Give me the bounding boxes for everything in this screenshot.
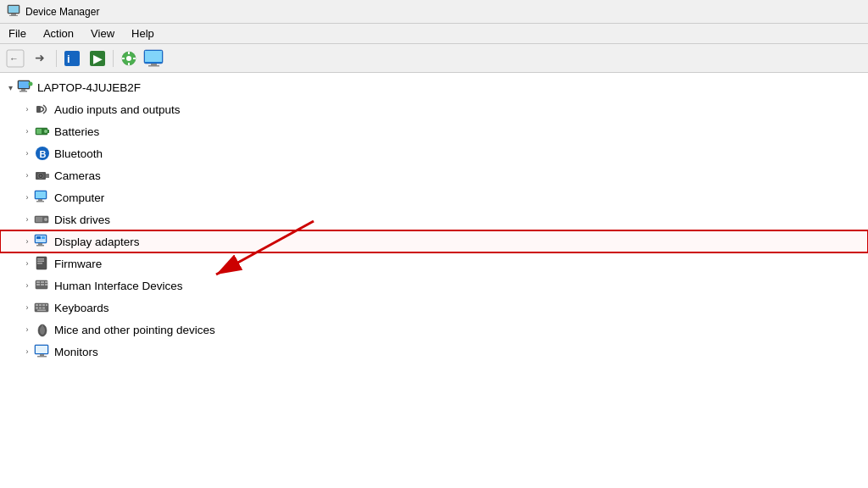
expand-hid[interactable]: ›: [20, 279, 34, 292]
toolbar-settings-btn[interactable]: [117, 47, 141, 69]
svg-rect-61: [41, 284, 44, 286]
tree-item-mice[interactable]: › Mice and other pointing devices: [0, 319, 868, 341]
expand-computer[interactable]: ›: [20, 191, 34, 204]
tree-item-batteries[interactable]: › Batteries: [0, 120, 868, 142]
svg-rect-1: [8, 6, 19, 13]
audio-label: Audio inputs and outputs: [54, 103, 181, 116]
expand-keyboards[interactable]: ›: [20, 301, 34, 314]
computer-label: Computer: [54, 191, 104, 204]
tree-item-monitors[interactable]: › Monitors: [0, 341, 868, 363]
svg-rect-69: [39, 308, 42, 309]
window-title: Device Manager: [25, 6, 99, 18]
tree-item-keyboards[interactable]: › Keyboards: [0, 297, 868, 319]
toolbar-sep-2: [113, 50, 114, 67]
tree-item-audio[interactable]: › Audio inputs and outputs: [0, 98, 868, 120]
svg-rect-25: [21, 89, 25, 91]
tree-item-bluetooth[interactable]: › B Bluetooth: [0, 142, 868, 164]
hid-label: Human Interface Devices: [54, 280, 183, 292]
bluetooth-icon: B: [34, 145, 51, 162]
svg-rect-65: [39, 304, 42, 306]
menu-action[interactable]: Action: [35, 25, 82, 42]
menu-file[interactable]: File: [0, 25, 35, 42]
svg-rect-13: [128, 52, 130, 54]
svg-rect-16: [133, 58, 136, 59]
svg-point-37: [40, 175, 42, 177]
svg-point-32: [44, 130, 47, 133]
tree-item-computer[interactable]: › Computer: [0, 186, 868, 208]
svg-rect-59: [45, 281, 47, 283]
display-label: Display adapters: [54, 236, 140, 248]
expand-disk[interactable]: ›: [20, 213, 34, 226]
svg-text:➜: ➜: [35, 51, 45, 64]
toolbar-properties-btn[interactable]: i: [60, 47, 84, 69]
tree-item-cameras[interactable]: › Cameras: [0, 164, 868, 186]
svg-rect-58: [41, 281, 44, 283]
svg-rect-50: [36, 236, 41, 239]
svg-rect-40: [36, 191, 46, 198]
keyboards-label: Keyboards: [54, 302, 109, 314]
computer-icon: [34, 189, 51, 206]
svg-rect-41: [38, 199, 42, 201]
svg-rect-24: [19, 81, 29, 88]
cameras-icon: [34, 167, 51, 184]
svg-rect-3: [9, 15, 18, 16]
svg-rect-77: [40, 354, 44, 356]
tree-item-firmware[interactable]: › Firmware: [0, 252, 868, 274]
monitors-icon: [34, 343, 51, 360]
toolbar-back-btn[interactable]: ←: [3, 47, 27, 69]
expand-monitors[interactable]: ›: [20, 345, 34, 358]
svg-point-45: [44, 218, 47, 221]
mice-icon: [34, 321, 51, 338]
firmware-label: Firmware: [54, 258, 102, 270]
svg-rect-28: [36, 106, 41, 113]
menu-view[interactable]: View: [82, 25, 123, 42]
expand-firmware[interactable]: ›: [20, 257, 34, 270]
svg-rect-20: [148, 65, 159, 67]
svg-rect-49: [36, 245, 44, 247]
svg-rect-55: [37, 263, 42, 264]
svg-rect-51: [42, 236, 45, 239]
toolbar-monitor-btn[interactable]: [142, 47, 166, 69]
toolbar-sep-1: [56, 50, 57, 67]
svg-rect-60: [36, 284, 40, 286]
tree-item-disk[interactable]: › Disk drives: [0, 208, 868, 230]
svg-text:i: i: [67, 53, 70, 65]
display-icon: [34, 233, 51, 250]
batteries-icon: [34, 123, 51, 140]
content-area: ▾ LAPTOP-4JUJEB2F › Audio inputs and out…: [0, 73, 868, 488]
expand-mice[interactable]: ›: [20, 323, 34, 336]
keyboards-icon: [34, 299, 51, 316]
tree-item-hid[interactable]: › Human Interface Devices: [0, 274, 868, 297]
svg-rect-48: [38, 243, 42, 245]
svg-point-12: [126, 56, 131, 61]
svg-rect-70: [42, 308, 45, 309]
svg-rect-42: [36, 201, 44, 202]
expand-root[interactable]: ▾: [3, 80, 17, 94]
tree-item-display[interactable]: › Display adapters: [0, 230, 868, 252]
toolbar-help-btn[interactable]: ▶: [86, 47, 109, 69]
expand-audio[interactable]: ›: [20, 103, 34, 116]
app-icon: [7, 3, 20, 19]
svg-text:▶: ▶: [93, 53, 103, 65]
expand-bluetooth[interactable]: ›: [20, 147, 34, 160]
menu-help[interactable]: Help: [123, 25, 163, 42]
toolbar-forward-btn[interactable]: ➜: [29, 47, 53, 69]
svg-rect-38: [46, 174, 49, 178]
expand-batteries[interactable]: ›: [20, 125, 34, 138]
svg-text:B: B: [40, 149, 47, 159]
disk-icon: [34, 211, 51, 228]
svg-rect-15: [122, 58, 125, 59]
disk-label: Disk drives: [54, 214, 110, 226]
svg-rect-71: [37, 310, 46, 312]
tree-root[interactable]: ▾ LAPTOP-4JUJEB2F: [0, 76, 868, 98]
svg-rect-67: [46, 304, 47, 306]
audio-icon: [34, 101, 51, 118]
svg-rect-66: [42, 304, 45, 306]
batteries-label: Batteries: [54, 125, 99, 138]
svg-rect-18: [145, 51, 162, 62]
expand-cameras[interactable]: ›: [20, 169, 34, 182]
root-icon: [17, 79, 34, 96]
expand-display[interactable]: ›: [20, 235, 34, 248]
svg-point-27: [29, 82, 33, 86]
svg-rect-14: [128, 63, 130, 65]
